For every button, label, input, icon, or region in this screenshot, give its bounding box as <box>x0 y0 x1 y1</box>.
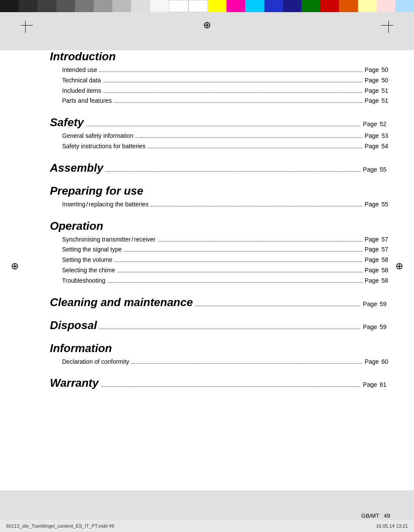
swatch-9 <box>150 0 169 12</box>
toc-row-declaration: Declaration of conformity Page 60 <box>50 357 390 367</box>
toc-label: Setting the signal type <box>62 245 122 255</box>
toc-label: Selecting the chime <box>62 265 115 276</box>
file-date: 16.05.14 13:21 <box>376 523 408 529</box>
swatch-3 <box>37 0 56 12</box>
heading-operation: Operation <box>50 219 390 233</box>
toc-row-volume: Setting the volume Page 58 <box>50 255 390 265</box>
heading-dots <box>99 329 360 329</box>
footer-locale: GB/MT <box>361 512 379 519</box>
toc-page-word: Page <box>365 96 379 106</box>
toc-dots <box>117 272 362 272</box>
toc-label: General safety information <box>62 131 133 141</box>
heading-warranty-text: Warranty <box>50 376 99 390</box>
heading-disposal: Disposal Page 59 <box>50 319 390 332</box>
toc-page-word: Page <box>365 276 379 286</box>
toc-dots <box>114 102 362 103</box>
toc-page-word: Page <box>365 255 379 265</box>
heading-assembly-text: Assembly <box>50 161 103 175</box>
heading-safety: Safety Page 52 <box>50 116 390 129</box>
toc-label: Included items <box>62 86 101 96</box>
toc-row-intended-use: Intended use Page 50 <box>50 65 390 75</box>
swatch-magenta <box>227 0 245 12</box>
swatch-2 <box>19 0 37 12</box>
heading-safety-text: Safety <box>50 116 84 129</box>
toc-row-general-safety: General safety information Page 53 <box>50 131 390 141</box>
toc-page-word: Page <box>365 86 379 96</box>
heading-page-num: 61 <box>380 381 390 388</box>
heading-dots <box>86 126 360 126</box>
swatch-yellow <box>208 0 227 12</box>
toc-row-parts-features: Parts and features Page 51 <box>50 96 390 106</box>
toc-dots <box>124 251 363 251</box>
section-cleaning: Cleaning and maintenance Page 59 <box>50 296 390 309</box>
heading-page-num: 55 <box>380 166 390 173</box>
toc-dots <box>151 206 362 206</box>
section-preparing-for-use: Preparing for use Inserting / replacing … <box>50 184 390 210</box>
heading-page-word: Page <box>363 381 377 388</box>
toc-page-num: 51 <box>381 86 390 96</box>
section-warranty: Warranty Page 61 <box>50 376 390 390</box>
crop-mark-tl-v <box>25 21 26 33</box>
toc-page-num: 57 <box>381 235 390 245</box>
swatch-lightyellow <box>358 0 377 12</box>
toc-row-signal-type: Setting the signal type Page 57 <box>50 245 390 255</box>
section-introduction: Introduction Intended use Page 50 Techni… <box>50 50 390 106</box>
heading-introduction: Introduction <box>50 50 390 63</box>
swatch-1 <box>0 0 19 12</box>
heading-dots <box>106 171 360 172</box>
toc-page-num: 50 <box>381 75 390 86</box>
toc-dots <box>103 82 363 82</box>
toc-row-chime: Selecting the chime Page 58 <box>50 265 390 276</box>
heading-information: Information <box>50 342 390 355</box>
heading-page-num: 59 <box>380 300 390 307</box>
section-safety: Safety Page 52 General safety informatio… <box>50 116 390 152</box>
toc-page-num: 54 <box>381 141 390 152</box>
toc-label: Declaration of conformity <box>62 357 129 367</box>
bottom-bar: 60113_silv_Tuerklingel_content_ES_IT_PT.… <box>0 520 414 532</box>
toc-dots <box>131 363 362 364</box>
toc-page-word: Page <box>365 245 379 255</box>
reg-mark-mid-left: ⊕ <box>8 259 22 273</box>
heading-warranty: Warranty Page 61 <box>50 376 390 390</box>
toc-page-num: 55 <box>381 199 390 210</box>
heading-page-word: Page <box>363 323 377 330</box>
toc-label: Synchronising transmitter / receiver <box>62 235 156 245</box>
footer-page-num: 49 <box>384 512 390 519</box>
swatch-10 <box>169 0 188 12</box>
swatch-blue <box>264 0 283 12</box>
section-information: Information Declaration of conformity Pa… <box>50 342 390 367</box>
toc-page-num: 53 <box>381 131 390 141</box>
toc-label: Setting the volume <box>62 255 112 265</box>
section-assembly: Assembly Page 55 <box>50 161 390 175</box>
heading-dots <box>195 306 360 306</box>
heading-dots <box>101 386 360 387</box>
swatch-lightblue <box>395 0 414 12</box>
color-bar <box>0 0 414 12</box>
toc-row-included-items: Included items Page 51 <box>50 86 390 96</box>
toc-page-word: Page <box>365 265 379 276</box>
heading-page-word: Page <box>363 300 377 307</box>
swatch-11 <box>188 0 208 12</box>
toc-dots <box>108 282 362 283</box>
toc-page-word: Page <box>365 199 379 210</box>
toc-page-num: 57 <box>381 245 390 255</box>
toc-label: Safety instructions for batteries <box>62 141 145 152</box>
swatch-orange <box>339 0 358 12</box>
toc-row-battery-safety: Safety instructions for batteries Page 5… <box>50 141 390 152</box>
heading-assembly: Assembly Page 55 <box>50 161 390 175</box>
crop-mark-tr-h <box>381 25 393 26</box>
heading-page-word: Page <box>363 121 377 127</box>
swatch-6 <box>94 0 112 12</box>
toc-label: Technical data <box>62 75 101 86</box>
toc-page-word: Page <box>365 235 379 245</box>
heading-cleaning: Cleaning and maintenance Page 59 <box>50 296 390 309</box>
toc-dots <box>158 241 363 242</box>
toc-row-troubleshooting: Troubleshooting Page 58 <box>50 276 390 286</box>
toc-page-word: Page <box>365 141 379 152</box>
toc-row-technical-data: Technical data Page 50 <box>50 75 390 86</box>
toc-page-num: 58 <box>381 276 390 286</box>
toc-label: Intended use <box>62 65 97 75</box>
toc-dots <box>135 137 362 138</box>
heading-cleaning-text: Cleaning and maintenance <box>50 296 193 309</box>
section-operation: Operation Synchronising transmitter / re… <box>50 219 390 286</box>
